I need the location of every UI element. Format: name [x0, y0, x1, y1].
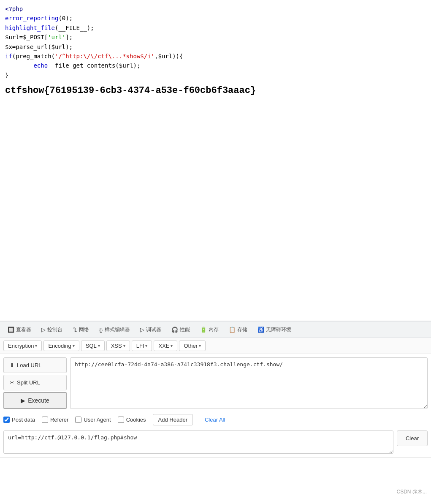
clear-all-label: Clear All: [205, 417, 225, 423]
menu-other[interactable]: Other ▾: [179, 341, 206, 351]
devtools-bar: 🔲 查看器 ▷ 控制台 ⇅ 网络 {} 样式编辑器 ▷ 调试器 🎧 性能 🔋 内…: [0, 321, 431, 338]
inspector-label: 查看器: [16, 326, 31, 333]
memory-icon: 🔋: [200, 327, 207, 333]
clear-label: Clear: [406, 435, 419, 441]
devtools-tab-debugger[interactable]: ▷ 调试器: [136, 324, 165, 335]
lfi-label: LFI: [136, 343, 144, 349]
debugger-icon: ▷: [140, 327, 144, 333]
inspector-icon: 🔲: [8, 327, 14, 333]
xss-label: XSS: [111, 343, 122, 349]
console-icon: ▷: [41, 327, 46, 333]
cookies-label: Cookies: [126, 417, 146, 423]
devtools-tab-console[interactable]: ▷ 控制台: [37, 324, 67, 335]
console-label: 控制台: [47, 326, 62, 333]
storage-icon: 📋: [229, 327, 236, 333]
devtools-tab-inspector[interactable]: 🔲 查看器: [3, 324, 35, 335]
network-icon: ⇅: [73, 327, 77, 333]
url-row: ⬇ Load URL ✂ Split URL ▶ Execute http://…: [3, 357, 428, 409]
referer-checkbox[interactable]: [42, 417, 48, 423]
split-url-label: Split URL: [17, 379, 40, 386]
xxe-label: XXE: [158, 343, 169, 349]
devtools-tab-performance[interactable]: 🎧 性能: [167, 324, 194, 335]
execute-icon: ▶: [21, 397, 25, 404]
cookies-checkbox[interactable]: [118, 417, 124, 423]
performance-label: 性能: [180, 326, 190, 333]
referer-checkbox-label[interactable]: Referer: [42, 417, 68, 423]
style-editor-icon: {}: [99, 327, 103, 333]
flag-text: ctfshow{76195139-6cb3-4374-a53e-f60cb6f3…: [5, 83, 426, 98]
storage-label: 存储: [237, 326, 247, 333]
encoding-arrow: ▾: [73, 343, 75, 348]
post-data-row: url=http://ctf.@127.0.0.1/flag.php#show …: [3, 430, 428, 454]
csdn-watermark: CSDN @木...: [396, 488, 427, 496]
xxe-arrow: ▾: [171, 343, 173, 348]
menu-encryption[interactable]: Encryption ▾: [3, 341, 42, 351]
referer-label: Referer: [50, 417, 68, 423]
post-data-checkbox-label[interactable]: Post data: [3, 417, 35, 423]
lfi-arrow: ▾: [145, 343, 147, 348]
user-agent-checkbox[interactable]: [75, 417, 81, 423]
load-url-icon: ⬇: [10, 362, 14, 368]
user-agent-label: User Agent: [84, 417, 111, 423]
execute-button[interactable]: ▶ Execute: [3, 392, 67, 409]
add-header-button[interactable]: Add Header: [153, 414, 193, 425]
network-label: 网络: [79, 326, 89, 333]
code-display: <?php error_reporting(0); highlight_file…: [0, 0, 431, 321]
execute-label: Execute: [28, 397, 49, 404]
user-agent-checkbox-label[interactable]: User Agent: [75, 417, 111, 423]
debugger-label: 调试器: [146, 326, 161, 333]
side-buttons: ⬇ Load URL ✂ Split URL ▶ Execute: [3, 357, 67, 409]
menu-xss[interactable]: XSS ▾: [106, 341, 130, 351]
accessibility-label: 无障碍环境: [266, 326, 291, 333]
other-label: Other: [184, 343, 198, 349]
devtools-tab-storage[interactable]: 📋 存储: [225, 324, 252, 335]
post-data-checkbox[interactable]: [3, 417, 10, 423]
post-data-label: Post data: [12, 417, 35, 423]
devtools-tab-accessibility[interactable]: ♿ 无障碍环境: [253, 324, 295, 335]
devtools-tab-network[interactable]: ⇅ 网络: [68, 324, 93, 335]
menu-xxe[interactable]: XXE ▾: [154, 341, 177, 351]
performance-icon: 🎧: [171, 327, 178, 333]
cookies-checkbox-label[interactable]: Cookies: [118, 417, 146, 423]
split-url-icon: ✂: [10, 379, 14, 386]
sql-label: SQL: [86, 343, 97, 349]
other-arrow: ▾: [199, 343, 201, 348]
encoding-label: Encoding: [48, 343, 71, 349]
memory-label: 内存: [209, 326, 219, 333]
split-url-button[interactable]: ✂ Split URL: [3, 375, 67, 390]
load-url-label: Load URL: [17, 362, 42, 368]
encryption-arrow: ▾: [35, 343, 37, 348]
hackbar: Encryption ▾ Encoding ▾ SQL ▾ XSS ▾ LFI …: [0, 338, 431, 458]
style-editor-label: 样式编辑器: [105, 326, 130, 333]
menu-sql[interactable]: SQL ▾: [81, 341, 105, 351]
menu-lfi[interactable]: LFI ▾: [132, 341, 152, 351]
clear-all-button[interactable]: Clear All: [200, 414, 230, 425]
devtools-tab-memory[interactable]: 🔋 内存: [196, 324, 223, 335]
accessibility-icon: ♿: [258, 327, 264, 333]
load-url-button[interactable]: ⬇ Load URL: [3, 357, 67, 373]
menu-encoding[interactable]: Encoding ▾: [43, 341, 79, 351]
encryption-label: Encryption: [8, 343, 34, 349]
url-input[interactable]: http://cee01cfa-72dd-4a74-a386-a741c3391…: [70, 357, 428, 409]
add-header-label: Add Header: [158, 417, 187, 423]
hackbar-menu: Encryption ▾ Encoding ▾ SQL ▾ XSS ▾ LFI …: [0, 338, 431, 354]
clear-button[interactable]: Clear: [397, 430, 428, 446]
xss-arrow: ▾: [123, 343, 125, 348]
hackbar-body: ⬇ Load URL ✂ Split URL ▶ Execute http://…: [0, 354, 431, 457]
options-row: Post data Referer User Agent Cookies Add…: [3, 412, 428, 429]
devtools-tab-style-editor[interactable]: {} 样式编辑器: [95, 324, 134, 335]
post-data-input[interactable]: url=http://ctf.@127.0.0.1/flag.php#show: [3, 430, 393, 454]
sql-arrow: ▾: [98, 343, 100, 348]
